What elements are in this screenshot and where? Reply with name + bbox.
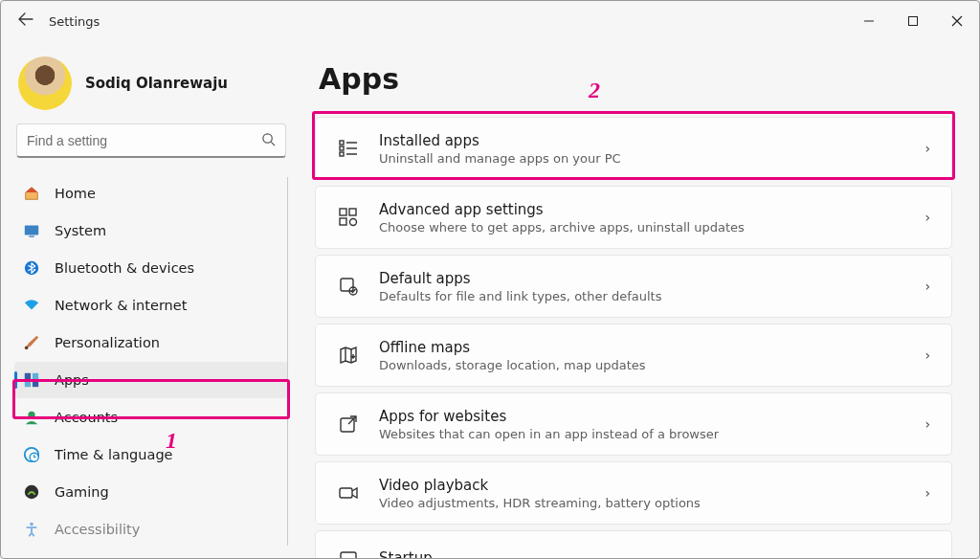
- bluetooth-icon: [22, 258, 41, 278]
- sidebar-item-label: Gaming: [55, 484, 109, 500]
- chevron-right-icon: ›: [924, 141, 934, 156]
- video-icon: [335, 480, 362, 506]
- card-subtitle: Choose where to get apps, archive apps, …: [379, 220, 924, 235]
- chevron-right-icon: ›: [924, 210, 934, 225]
- accessibility-icon: [22, 520, 41, 539]
- sidebar-item-label: System: [55, 223, 106, 238]
- chevron-right-icon: ›: [924, 279, 934, 294]
- search-box[interactable]: [16, 123, 286, 158]
- sidebar: Sodiq Olanrewaju Home System Bluetooth &…: [1, 41, 296, 558]
- svg-rect-31: [341, 552, 356, 558]
- sidebar-item-label: Accounts: [55, 410, 118, 425]
- minimize-button[interactable]: [847, 6, 891, 36]
- svg-rect-19: [340, 152, 344, 156]
- card-offline-maps[interactable]: Offline maps Downloads, storage location…: [315, 324, 952, 387]
- default-apps-icon: [335, 273, 362, 300]
- svg-rect-11: [33, 381, 38, 387]
- system-icon: [22, 221, 41, 240]
- svg-rect-18: [340, 146, 344, 150]
- sidebar-item-home[interactable]: Home: [14, 175, 288, 212]
- back-button[interactable]: [16, 11, 35, 31]
- card-title: Default apps: [379, 270, 924, 287]
- profile-name: Sodiq Olanrewaju: [85, 75, 228, 92]
- sidebar-item-bluetooth[interactable]: Bluetooth & devices: [14, 250, 288, 286]
- globe-clock-icon: [22, 445, 41, 464]
- card-title: Advanced app settings: [379, 201, 924, 218]
- close-button[interactable]: [935, 6, 979, 36]
- chevron-right-icon: ›: [924, 485, 934, 501]
- person-icon: [22, 408, 41, 427]
- sidebar-item-label: Home: [55, 186, 96, 201]
- card-subtitle: Websites that can open in an app instead…: [379, 427, 924, 441]
- wifi-icon: [22, 296, 41, 315]
- list-icon: [335, 135, 362, 162]
- brush-icon: [22, 333, 41, 352]
- card-title: Video playback: [379, 477, 924, 494]
- sidebar-item-apps[interactable]: Apps: [14, 362, 288, 398]
- svg-rect-25: [340, 218, 346, 225]
- svg-line-3: [271, 142, 275, 145]
- sidebar-item-time[interactable]: Time & language: [14, 436, 288, 473]
- page-title: Apps: [319, 62, 952, 96]
- sidebar-item-gaming[interactable]: Gaming: [14, 474, 288, 510]
- card-subtitle: Downloads, storage location, map updates: [379, 358, 924, 372]
- svg-rect-10: [25, 381, 31, 387]
- svg-rect-23: [340, 209, 346, 215]
- svg-rect-4: [25, 226, 38, 235]
- svg-rect-30: [340, 488, 352, 498]
- sidebar-item-label: Personalization: [55, 335, 160, 350]
- svg-rect-5: [29, 235, 33, 236]
- card-video-playback[interactable]: Video playback Video adjustments, HDR st…: [315, 461, 952, 525]
- map-icon: [335, 342, 362, 369]
- profile[interactable]: Sodiq Olanrewaju: [14, 53, 288, 123]
- card-title: Startup: [379, 549, 934, 558]
- open-external-icon: [335, 411, 362, 437]
- svg-rect-9: [33, 373, 38, 379]
- sidebar-item-label: Accessibility: [55, 522, 140, 537]
- settings-cards: Installed apps Uninstall and manage apps…: [315, 117, 952, 558]
- card-installed-apps[interactable]: Installed apps Uninstall and manage apps…: [315, 117, 952, 180]
- apps-icon: [22, 370, 41, 390]
- svg-point-16: [30, 523, 33, 526]
- svg-rect-24: [349, 209, 356, 215]
- main-content: Apps Installed apps Uninstall and manage…: [296, 41, 979, 558]
- card-default-apps[interactable]: Default apps Defaults for file and link …: [315, 255, 952, 318]
- sidebar-item-system[interactable]: System: [14, 212, 288, 249]
- sidebar-item-accounts[interactable]: Accounts: [14, 399, 288, 436]
- sidebar-item-network[interactable]: Network & internet: [14, 287, 288, 324]
- svg-point-12: [28, 412, 34, 418]
- card-advanced-app-settings[interactable]: Advanced app settings Choose where to ge…: [315, 186, 952, 249]
- window-controls: [847, 6, 979, 36]
- svg-rect-8: [25, 373, 31, 379]
- chevron-right-icon: ›: [924, 416, 934, 432]
- chevron-right-icon: ›: [924, 347, 934, 363]
- nav: Home System Bluetooth & devices Network …: [14, 175, 288, 548]
- home-icon: [22, 184, 41, 203]
- svg-rect-1: [909, 17, 918, 26]
- sidebar-item-label: Apps: [55, 372, 89, 388]
- sidebar-item-accessibility[interactable]: Accessibility: [14, 511, 288, 548]
- card-apps-for-websites[interactable]: Apps for websites Websites that can open…: [315, 392, 952, 456]
- card-startup[interactable]: Startup: [315, 530, 952, 558]
- card-title: Offline maps: [379, 339, 924, 356]
- sidebar-item-label: Bluetooth & devices: [55, 260, 194, 276]
- card-subtitle: Uninstall and manage apps on your PC: [379, 151, 924, 166]
- svg-point-7: [25, 347, 29, 350]
- svg-rect-17: [340, 141, 344, 145]
- gaming-icon: [22, 482, 41, 502]
- svg-point-2: [263, 133, 272, 142]
- card-subtitle: Defaults for file and link types, other …: [379, 289, 924, 303]
- startup-icon: [335, 545, 362, 558]
- sidebar-item-personalization[interactable]: Personalization: [14, 324, 288, 361]
- svg-rect-27: [341, 279, 353, 291]
- card-subtitle: Video adjustments, HDR streaming, batter…: [379, 496, 924, 510]
- maximize-button[interactable]: [891, 6, 935, 36]
- search-input[interactable]: [27, 133, 261, 148]
- search-icon: [261, 132, 276, 149]
- svg-point-26: [350, 219, 357, 226]
- card-title: Apps for websites: [379, 408, 924, 425]
- sidebar-item-label: Time & language: [55, 447, 173, 462]
- avatar: [18, 56, 72, 110]
- sidebar-item-label: Network & internet: [55, 298, 187, 313]
- card-title: Installed apps: [379, 132, 924, 149]
